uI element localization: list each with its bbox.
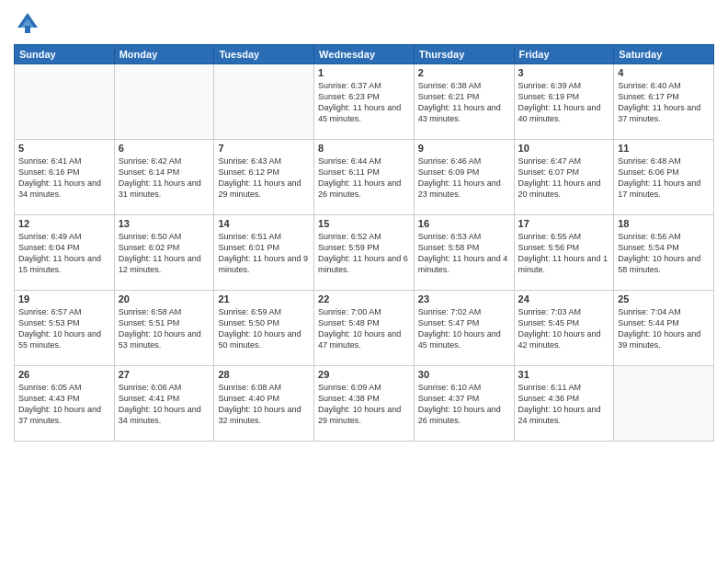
day-info: Sunrise: 6:05 AM Sunset: 4:43 PM Dayligh…	[18, 382, 110, 427]
day-info: Sunrise: 6:41 AM Sunset: 6:16 PM Dayligh…	[18, 155, 110, 201]
day-number: 2	[418, 67, 510, 78]
day-info: Sunrise: 6:38 AM Sunset: 6:21 PM Dayligh…	[418, 80, 510, 125]
logo	[14, 9, 45, 37]
header	[14, 9, 714, 37]
calendar-cell: 10Sunrise: 6:47 AM Sunset: 6:07 PM Dayli…	[514, 140, 614, 215]
day-number: 13	[119, 218, 210, 229]
day-number: 24	[518, 293, 610, 304]
calendar-cell: 25Sunrise: 7:04 AM Sunset: 5:44 PM Dayli…	[614, 291, 714, 366]
calendar-cell: 3Sunrise: 6:39 AM Sunset: 6:19 PM Daylig…	[514, 64, 614, 140]
day-number: 26	[18, 369, 110, 380]
day-number: 11	[618, 143, 710, 154]
svg-rect-2	[25, 26, 30, 33]
day-info: Sunrise: 7:03 AM Sunset: 5:45 PM Dayligh…	[518, 306, 610, 351]
calendar-cell: 9Sunrise: 6:46 AM Sunset: 6:09 PM Daylig…	[414, 140, 514, 215]
day-number: 6	[119, 143, 210, 154]
calendar-cell: 19Sunrise: 6:57 AM Sunset: 5:53 PM Dayli…	[15, 291, 115, 366]
calendar-cell: 5Sunrise: 6:41 AM Sunset: 6:16 PM Daylig…	[15, 140, 115, 215]
calendar-cell: 28Sunrise: 6:08 AM Sunset: 4:40 PM Dayli…	[214, 366, 314, 442]
calendar-cell: 26Sunrise: 6:05 AM Sunset: 4:43 PM Dayli…	[15, 366, 115, 442]
calendar-header: SundayMondayTuesdayWednesdayThursdayFrid…	[15, 45, 714, 64]
day-number: 1	[318, 67, 410, 78]
day-number: 14	[218, 218, 310, 229]
calendar-cell: 1Sunrise: 6:37 AM Sunset: 6:23 PM Daylig…	[314, 64, 415, 140]
day-number: 8	[318, 143, 410, 154]
day-number: 28	[218, 369, 310, 380]
day-info: Sunrise: 6:44 AM Sunset: 6:11 PM Dayligh…	[318, 155, 410, 201]
page: SundayMondayTuesdayWednesdayThursdayFrid…	[0, 0, 728, 563]
day-number: 4	[618, 67, 710, 78]
day-number: 30	[418, 369, 510, 380]
calendar-cell: 21Sunrise: 6:59 AM Sunset: 5:50 PM Dayli…	[214, 291, 314, 366]
day-info: Sunrise: 6:50 AM Sunset: 6:02 PM Dayligh…	[119, 231, 210, 276]
calendar-body: 1Sunrise: 6:37 AM Sunset: 6:23 PM Daylig…	[15, 64, 714, 442]
day-number: 22	[318, 293, 410, 304]
day-number: 17	[518, 218, 610, 229]
day-info: Sunrise: 6:46 AM Sunset: 6:09 PM Dayligh…	[418, 155, 510, 201]
header-friday: Friday	[514, 45, 614, 64]
header-saturday: Saturday	[614, 45, 714, 64]
calendar-cell: 27Sunrise: 6:06 AM Sunset: 4:41 PM Dayli…	[114, 366, 214, 442]
day-info: Sunrise: 6:40 AM Sunset: 6:17 PM Dayligh…	[618, 80, 710, 125]
day-info: Sunrise: 6:52 AM Sunset: 5:59 PM Dayligh…	[318, 231, 410, 276]
day-number: 31	[518, 369, 610, 380]
day-info: Sunrise: 6:47 AM Sunset: 6:07 PM Dayligh…	[518, 155, 610, 201]
calendar-table: SundayMondayTuesdayWednesdayThursdayFrid…	[14, 44, 714, 442]
day-info: Sunrise: 7:00 AM Sunset: 5:48 PM Dayligh…	[318, 306, 410, 351]
calendar-cell: 30Sunrise: 6:10 AM Sunset: 4:37 PM Dayli…	[414, 366, 514, 442]
calendar-cell: 16Sunrise: 6:53 AM Sunset: 5:58 PM Dayli…	[414, 215, 514, 291]
day-info: Sunrise: 6:37 AM Sunset: 6:23 PM Dayligh…	[318, 80, 410, 125]
header-tuesday: Tuesday	[214, 45, 314, 64]
header-monday: Monday	[114, 45, 214, 64]
day-info: Sunrise: 6:53 AM Sunset: 5:58 PM Dayligh…	[418, 231, 510, 276]
day-info: Sunrise: 6:49 AM Sunset: 6:04 PM Dayligh…	[18, 231, 110, 276]
calendar-cell: 23Sunrise: 7:02 AM Sunset: 5:47 PM Dayli…	[414, 291, 514, 366]
day-number: 25	[618, 293, 710, 304]
logo-icon	[14, 9, 41, 37]
week-row-1: 5Sunrise: 6:41 AM Sunset: 6:16 PM Daylig…	[15, 140, 714, 215]
calendar-cell	[214, 64, 314, 140]
day-info: Sunrise: 6:51 AM Sunset: 6:01 PM Dayligh…	[218, 231, 310, 276]
day-info: Sunrise: 6:57 AM Sunset: 5:53 PM Dayligh…	[18, 306, 110, 351]
day-number: 21	[218, 293, 310, 304]
day-info: Sunrise: 6:10 AM Sunset: 4:37 PM Dayligh…	[418, 382, 510, 427]
day-number: 27	[119, 369, 210, 380]
day-info: Sunrise: 6:42 AM Sunset: 6:14 PM Dayligh…	[119, 155, 210, 201]
header-thursday: Thursday	[414, 45, 514, 64]
calendar-cell: 4Sunrise: 6:40 AM Sunset: 6:17 PM Daylig…	[614, 64, 714, 140]
calendar-cell: 13Sunrise: 6:50 AM Sunset: 6:02 PM Dayli…	[114, 215, 214, 291]
day-info: Sunrise: 6:56 AM Sunset: 5:54 PM Dayligh…	[618, 231, 710, 276]
header-wednesday: Wednesday	[314, 45, 415, 64]
calendar-cell	[614, 366, 714, 442]
day-number: 20	[119, 293, 210, 304]
calendar-cell: 14Sunrise: 6:51 AM Sunset: 6:01 PM Dayli…	[214, 215, 314, 291]
day-info: Sunrise: 6:55 AM Sunset: 5:56 PM Dayligh…	[518, 231, 610, 276]
calendar-cell: 18Sunrise: 6:56 AM Sunset: 5:54 PM Dayli…	[614, 215, 714, 291]
day-number: 15	[318, 218, 410, 229]
calendar-cell	[15, 64, 115, 140]
calendar-cell: 8Sunrise: 6:44 AM Sunset: 6:11 PM Daylig…	[314, 140, 415, 215]
day-info: Sunrise: 6:08 AM Sunset: 4:40 PM Dayligh…	[218, 382, 310, 427]
calendar-cell: 20Sunrise: 6:58 AM Sunset: 5:51 PM Dayli…	[114, 291, 214, 366]
calendar-cell: 22Sunrise: 7:00 AM Sunset: 5:48 PM Dayli…	[314, 291, 415, 366]
calendar-cell: 7Sunrise: 6:43 AM Sunset: 6:12 PM Daylig…	[214, 140, 314, 215]
day-info: Sunrise: 7:02 AM Sunset: 5:47 PM Dayligh…	[418, 306, 510, 351]
day-number: 9	[418, 143, 510, 154]
day-number: 18	[618, 218, 710, 229]
day-number: 16	[418, 218, 510, 229]
day-info: Sunrise: 6:39 AM Sunset: 6:19 PM Dayligh…	[518, 80, 610, 125]
day-number: 19	[18, 293, 110, 304]
calendar-cell: 6Sunrise: 6:42 AM Sunset: 6:14 PM Daylig…	[114, 140, 214, 215]
calendar-cell: 15Sunrise: 6:52 AM Sunset: 5:59 PM Dayli…	[314, 215, 415, 291]
day-number: 3	[518, 67, 610, 78]
calendar-cell: 2Sunrise: 6:38 AM Sunset: 6:21 PM Daylig…	[414, 64, 514, 140]
week-row-2: 12Sunrise: 6:49 AM Sunset: 6:04 PM Dayli…	[15, 215, 714, 291]
calendar-cell: 24Sunrise: 7:03 AM Sunset: 5:45 PM Dayli…	[514, 291, 614, 366]
day-info: Sunrise: 6:43 AM Sunset: 6:12 PM Dayligh…	[218, 155, 310, 201]
day-number: 29	[318, 369, 410, 380]
calendar-cell: 29Sunrise: 6:09 AM Sunset: 4:38 PM Dayli…	[314, 366, 415, 442]
day-info: Sunrise: 6:06 AM Sunset: 4:41 PM Dayligh…	[119, 382, 210, 427]
header-row: SundayMondayTuesdayWednesdayThursdayFrid…	[15, 45, 714, 64]
day-number: 12	[18, 218, 110, 229]
day-number: 10	[518, 143, 610, 154]
